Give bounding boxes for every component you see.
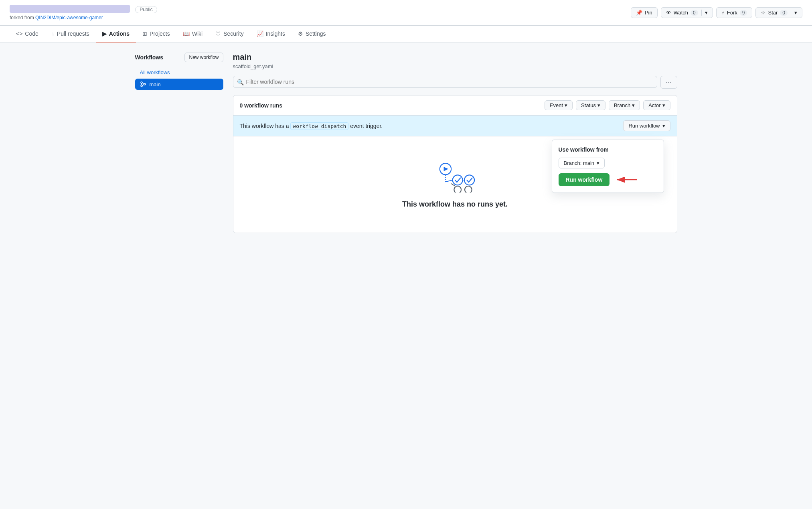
search-icon: 🔍 xyxy=(237,79,244,85)
workflow-nav-icon xyxy=(140,81,146,87)
security-icon: 🛡 xyxy=(215,30,221,37)
fork-count: 9 xyxy=(740,10,747,16)
nav-tabs: <> Code ⑂ Pull requests ▶ Actions ⊞ Proj… xyxy=(0,26,812,43)
main-content: Workflows New workflow All workflows mai… xyxy=(126,43,687,243)
svg-point-1 xyxy=(141,85,142,87)
workflow-empty-icon xyxy=(435,160,475,194)
main-panel: main scaffold_get.yaml 🔍 ··· 0 workflow … xyxy=(233,53,677,233)
actions-icon: ▶ xyxy=(102,30,107,37)
tab-code[interactable]: <> Code xyxy=(10,26,45,43)
svg-point-11 xyxy=(464,175,474,185)
svg-marker-9 xyxy=(443,167,448,171)
red-arrow-indicator xyxy=(614,175,638,185)
run-workflow-confirm-button[interactable]: Run workflow xyxy=(559,173,610,186)
sidebar-link-all-workflows[interactable]: All workflows xyxy=(135,67,223,78)
svg-line-4 xyxy=(142,83,144,84)
star-count: 0 xyxy=(780,10,788,16)
svg-line-5 xyxy=(142,84,144,86)
sidebar-title: Workflows xyxy=(135,54,164,61)
projects-icon: ⊞ xyxy=(142,30,147,37)
pr-icon: ⑂ xyxy=(51,30,55,37)
new-workflow-button[interactable]: New workflow xyxy=(184,53,223,62)
filter-row: 🔍 ··· xyxy=(233,76,677,89)
status-dropdown-icon: ▾ xyxy=(597,102,600,108)
insights-icon: 📈 xyxy=(257,30,263,37)
svg-line-15 xyxy=(445,180,453,182)
wiki-icon: 📖 xyxy=(183,30,190,37)
tab-insights[interactable]: 📈 Insights xyxy=(250,26,292,43)
star-icon: ☆ xyxy=(761,10,765,16)
svg-point-0 xyxy=(141,82,142,83)
dispatch-banner: This workflow has a workflow_dispatch ev… xyxy=(233,116,677,136)
runs-container: 0 workflow runs Event ▾ Status ▾ Branch … xyxy=(233,95,677,233)
star-dropdown-arrow[interactable]: ▾ xyxy=(791,10,797,16)
svg-point-13 xyxy=(465,186,472,193)
pin-button[interactable]: 📌 Pin xyxy=(631,7,658,18)
svg-point-2 xyxy=(144,83,146,85)
repo-name-blurred: ████████ / epic-awesome-gamer xyxy=(10,5,130,13)
watch-count: 0 xyxy=(691,10,698,16)
tab-actions[interactable]: ▶ Actions xyxy=(96,26,136,43)
event-dropdown-icon: ▾ xyxy=(565,102,567,108)
tab-wiki[interactable]: 📖 Wiki xyxy=(176,26,209,43)
watch-button[interactable]: 👁 Watch 0 ▾ xyxy=(661,7,713,18)
dispatch-trigger-code: workflow_dispatch xyxy=(290,122,348,130)
sidebar-item-main-label: main xyxy=(150,81,161,87)
sidebar-item-main[interactable]: main xyxy=(135,79,223,90)
settings-icon: ⚙ xyxy=(298,30,303,37)
top-header: ████████ / epic-awesome-gamer Public for… xyxy=(0,0,812,26)
actor-filter-button[interactable]: Actor ▾ xyxy=(643,100,670,110)
code-icon: <> xyxy=(16,30,22,37)
run-workflow-dropdown: Use workflow from Branch: main ▾ Run wor… xyxy=(552,140,664,193)
run-workflow-dropdown-arrow: ▾ xyxy=(662,123,665,129)
actor-dropdown-icon: ▾ xyxy=(662,102,665,108)
fork-button[interactable]: ⑂ Fork 9 xyxy=(716,7,753,18)
repo-info: ████████ / epic-awesome-gamer Public for… xyxy=(10,5,157,20)
tab-security[interactable]: 🛡 Security xyxy=(209,26,250,43)
branch-select-label: Branch: main xyxy=(564,160,595,166)
eye-icon: 👁 xyxy=(666,10,671,16)
event-filter-button[interactable]: Event ▾ xyxy=(545,100,573,110)
watch-dropdown-arrow[interactable]: ▾ xyxy=(701,10,708,16)
fork-from: forked from QIN2DIM/epic-awesome-gamer xyxy=(10,15,157,20)
tab-projects[interactable]: ⊞ Projects xyxy=(136,26,176,43)
tab-settings[interactable]: ⚙ Settings xyxy=(292,26,332,43)
status-filter-button[interactable]: Status ▾ xyxy=(576,100,605,110)
tab-pull-requests[interactable]: ⑂ Pull requests xyxy=(45,26,96,43)
more-options-button[interactable]: ··· xyxy=(660,76,677,89)
workflow-title: main xyxy=(233,53,677,62)
dispatch-text: This workflow has a workflow_dispatch ev… xyxy=(240,123,383,129)
header-actions: 📌 Pin 👁 Watch 0 ▾ ⑂ Fork 9 ☆ Star 0 ▾ xyxy=(631,7,802,18)
run-workflow-wrapper: Run workflow ▾ Use workflow from Branch:… xyxy=(623,120,670,131)
branch-select-button[interactable]: Branch: main ▾ xyxy=(559,158,605,168)
branch-filter-button[interactable]: Branch ▾ xyxy=(609,100,640,110)
run-workflow-button[interactable]: Run workflow ▾ xyxy=(623,120,670,131)
star-button[interactable]: ☆ Star 0 ▾ xyxy=(755,7,802,18)
dropdown-title: Use workflow from xyxy=(559,146,657,153)
sidebar: Workflows New workflow All workflows mai… xyxy=(135,53,223,233)
filter-input[interactable] xyxy=(233,76,658,88)
empty-state-text: This workflow has no runs yet. xyxy=(402,200,508,209)
svg-point-12 xyxy=(454,186,461,193)
svg-point-10 xyxy=(452,175,462,185)
branch-chevron-icon: ▾ xyxy=(597,160,599,166)
repo-name[interactable]: ████████ / epic-awesome-gamer xyxy=(10,5,132,13)
public-badge: Public xyxy=(135,6,157,13)
sidebar-header: Workflows New workflow xyxy=(135,53,223,62)
fork-icon: ⑂ xyxy=(721,10,725,16)
workflow-header: main scaffold_get.yaml xyxy=(233,53,677,69)
repo-title-row: ████████ / epic-awesome-gamer Public xyxy=(10,5,157,13)
filter-buttons: Event ▾ Status ▾ Branch ▾ Actor ▾ xyxy=(545,100,670,110)
fork-from-link[interactable]: QIN2DIM/epic-awesome-gamer xyxy=(35,15,103,20)
runs-header: 0 workflow runs Event ▾ Status ▾ Branch … xyxy=(233,95,677,116)
filter-input-wrap: 🔍 xyxy=(233,76,658,89)
workflow-file: scaffold_get.yaml xyxy=(233,63,677,69)
branch-dropdown-icon: ▾ xyxy=(632,102,635,108)
pin-icon: 📌 xyxy=(636,10,642,16)
runs-count: 0 workflow runs xyxy=(240,102,283,109)
